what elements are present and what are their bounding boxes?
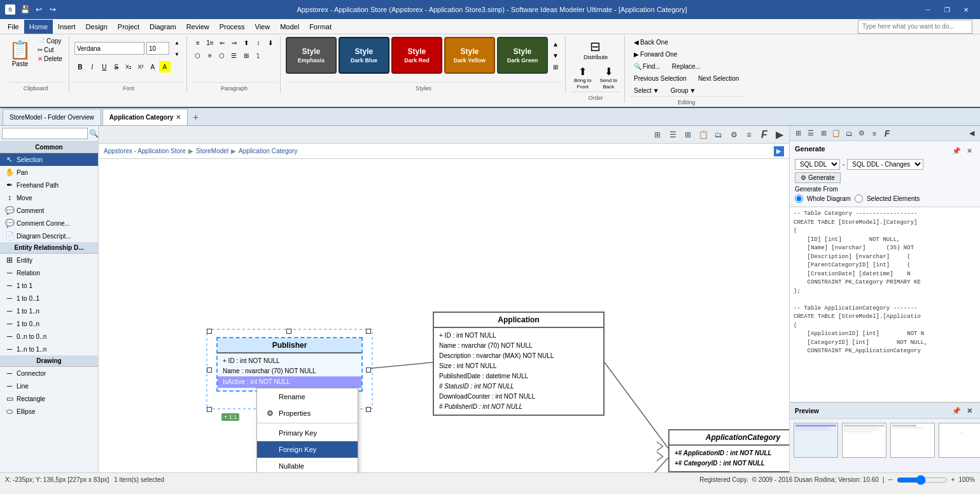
tool-selection[interactable]: ↖ Selection [0,153,98,166]
tool-1to1[interactable]: ─ 1 to 1 [0,279,98,292]
tool-diagram-desc[interactable]: 📄 Diagram Descript... [0,230,98,242]
qa-redo[interactable]: ↪ [47,4,59,15]
style-dark-red[interactable]: Style Dark Red [391,37,442,74]
indent-increase[interactable]: ⇒ [228,37,240,48]
menu-review[interactable]: Review [181,20,214,34]
tab-application-category[interactable]: Application Category ✕ [102,109,188,125]
style-dark-yellow[interactable]: Style Dark Yellow [444,37,495,74]
generate-button[interactable]: ⚙ Generate [795,172,841,183]
preview-close[interactable]: ✕ [963,405,975,416]
gen-close[interactable]: ✕ [963,145,975,156]
tool-1to1n[interactable]: ─ 1 to 1..n [0,305,98,317]
styles-scroll-down[interactable]: ▼ [550,50,561,61]
bring-to-front-button[interactable]: ⬆ Bring toFront [571,64,595,92]
font-size-input[interactable] [146,42,169,55]
previous-selection-button[interactable]: Previous Selection [630,73,690,84]
menu-view[interactable]: View [250,20,276,34]
ctx-foreign-key[interactable]: Foreign Key [257,441,358,458]
style-emphasis[interactable]: Style Emphasis [286,37,337,74]
tool-pan[interactable]: ✋ Pan [0,166,98,179]
font-color-button[interactable]: A [147,61,158,72]
rp-btn-4[interactable]: 📋 [830,128,842,139]
styles-scroll-up[interactable]: ▲ [550,38,561,50]
dt-btn-8[interactable]: F [757,128,771,142]
tab-add-button[interactable]: + [189,111,202,123]
preview-thumb-1[interactable] [794,423,838,458]
close-btn[interactable]: ✕ [957,3,975,16]
tool-freehand[interactable]: ✒ Freehand Path [0,179,98,191]
tool-ellipse[interactable]: ⬭ Ellipse [0,405,98,418]
tab-close-icon[interactable]: ✕ [176,114,181,121]
tool-rectangle[interactable]: ▭ Rectangle [0,392,98,405]
underline-button[interactable]: U [99,61,110,72]
send-to-back-button[interactable]: ⬇ Send toBack [596,64,620,92]
zoom-plus[interactable]: + [951,476,955,483]
canvas-area[interactable]: Publisher + ID : int NOT NULL Name : nva… [99,159,789,472]
paste-button[interactable]: 📋 Paste [6,37,34,70]
dt-nav-right[interactable]: ▶ [773,128,787,142]
select-button[interactable]: Select ▼ [630,85,663,96]
nav-arrow[interactable]: ▶ [774,146,784,156]
preview-pin[interactable]: 📌 [951,405,962,416]
search-input[interactable] [2,128,88,139]
dt-btn-7[interactable]: ≡ [742,128,756,142]
forward-one-button[interactable]: ▶ Forward One [630,49,681,60]
bc-appstore[interactable]: Appstorex - Application Store [104,148,186,154]
bold-button[interactable]: B [74,61,86,72]
align-right[interactable]: ⬡ [216,50,228,61]
tool-entity[interactable]: ⊞ Entity [0,254,98,266]
align-center[interactable]: ≡ [204,50,216,61]
rp-btn-3[interactable]: ⊞ [818,128,829,139]
entity-publisher[interactable]: Publisher + ID : int NOT NULL Name : nva… [216,337,363,392]
tool-relation[interactable]: ─ Relation [0,266,98,279]
copy-button[interactable]: 📄 Copy [35,37,65,45]
search-button[interactable]: 🔍 [89,129,99,138]
bc-storemodel[interactable]: StoreModel [196,148,228,154]
rp-btn-5[interactable]: 🗂 [843,128,855,139]
ctx-properties[interactable]: ⚙ Properties [257,405,358,422]
strikethrough-button[interactable]: S [111,61,122,72]
minimize-btn[interactable]: ─ [919,3,937,16]
dt-btn-3[interactable]: ⊞ [681,128,695,142]
delete-button[interactable]: ✕ Delete [35,55,65,63]
font-name-input[interactable] [74,42,144,55]
superscript-button[interactable]: X² [135,61,146,72]
menu-design[interactable]: Design [81,20,113,34]
radio-whole-diagram[interactable] [795,195,803,203]
cut-button[interactable]: ✂ Cut [35,46,65,54]
menu-model[interactable]: Model [275,20,304,34]
tool-0nto0n[interactable]: ─ 0..n to 0..n [0,330,98,343]
group-button[interactable]: Group ▼ [667,85,700,96]
align-top[interactable]: ⬆ [241,37,252,48]
rp-btn-collapse[interactable]: ◀ [966,128,977,139]
ctx-rename[interactable]: Rename [257,388,358,405]
tool-comment[interactable]: 💬 Comment [0,204,98,217]
distribute-button[interactable]: ⊟ Distribute [580,37,611,62]
restore-btn[interactable]: ❐ [938,3,956,16]
ddl-type-select[interactable]: SQL DDL [795,159,840,170]
tool-move[interactable]: ↕ Move [0,191,98,204]
list-bullet[interactable]: ≡ [192,37,204,48]
gen-pin[interactable]: 📌 [951,145,962,156]
zoom-minus[interactable]: ─ [888,476,892,483]
ctx-primary-key[interactable]: Primary Key [257,425,358,441]
italic-button[interactable]: I [87,61,98,72]
align-justify[interactable]: ☰ [228,50,240,61]
tool-1to0n[interactable]: ─ 1 to 0..n [0,317,98,330]
highlight-button[interactable]: A [159,61,171,72]
font-size-up[interactable]: ▲ [171,37,183,48]
canvas-scroll[interactable]: Publisher + ID : int NOT NULL Name : nva… [99,159,789,472]
ribbon-search-input[interactable] [858,20,972,34]
replace-button[interactable]: Replace... [668,61,704,72]
align-middle-v[interactable]: ↕ [253,37,264,48]
indent-decrease[interactable]: ⇐ [216,37,228,48]
list-number[interactable]: 1≡ [204,37,216,48]
menu-insert[interactable]: Insert [53,20,81,34]
margin-btn[interactable]: ⊞ [241,50,252,61]
menu-file[interactable]: File [3,20,24,34]
bc-appcategory[interactable]: Application Category [239,148,297,154]
styles-more[interactable]: ⊞ [550,61,561,72]
font-size-down[interactable]: ▼ [171,48,183,60]
tool-line[interactable]: ─ Line [0,380,98,392]
menu-home[interactable]: Home [24,20,53,34]
